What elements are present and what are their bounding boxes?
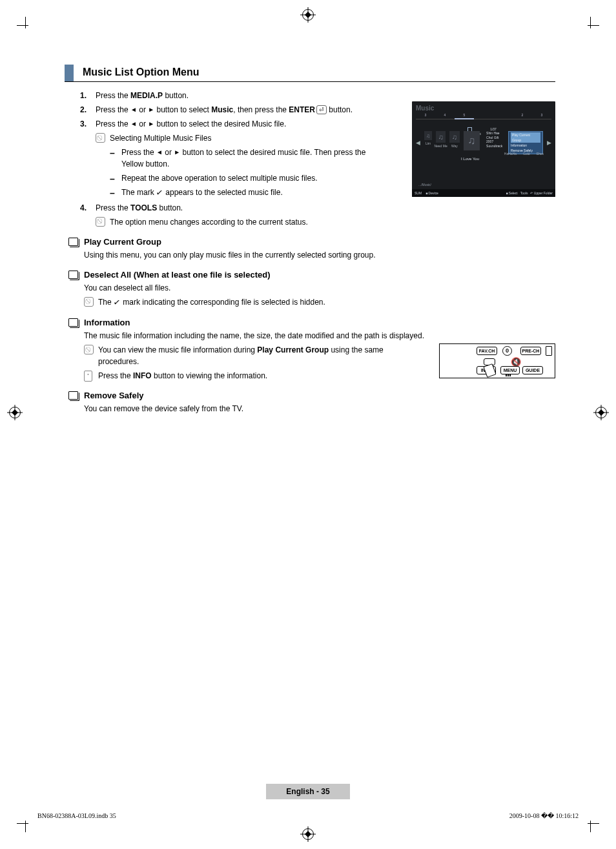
- subsection-heading: Information: [84, 318, 130, 327]
- square-icon: [68, 318, 78, 327]
- music-icon: ♫Way: [449, 131, 459, 143]
- tv-thumb-cap: Way: [451, 144, 458, 148]
- section-title-bar: Music List Option Menu: [65, 65, 555, 82]
- dash-item: The mark ✓ appears to the selected music…: [121, 187, 387, 199]
- remote-icon: ▪: [84, 371, 92, 382]
- subsection-note: ⃠ The ✓ mark indicating the correspondin…: [84, 296, 555, 309]
- tv-track-title: I Love You: [456, 157, 484, 161]
- section-accent: [65, 65, 74, 81]
- subsection-body: Using this menu, you can only play music…: [65, 249, 555, 261]
- square-icon: [68, 271, 78, 279]
- note-icon: ⃠: [96, 133, 105, 143]
- crop-mark: [25, 821, 26, 832]
- registration-mark-bottom: [302, 828, 314, 840]
- crop-mark: [17, 25, 28, 26]
- note-icon: ⃠: [84, 297, 94, 307]
- registration-mark-top: [302, 9, 314, 21]
- crop-mark: [17, 823, 28, 824]
- tv-popup-item: Play Current Group: [511, 132, 540, 143]
- square-icon: [68, 391, 78, 400]
- tv-tab: 5: [455, 113, 474, 119]
- crop-mark: [590, 17, 591, 28]
- tv-tab: 3: [532, 113, 551, 119]
- step-1: Press the MEDIA.P button.: [96, 90, 387, 101]
- tv-bottom-device: Device: [429, 191, 438, 195]
- step-3: Press the ◄ or ► button to select the de…: [96, 118, 387, 199]
- doc-meta-right: 2009-10-08 �� 10:16:12: [509, 812, 579, 819]
- tv-screenshot: Music 3 4 5 2 3 Energetic 1/37 ◀ ♫Lim ♫N…: [412, 101, 555, 197]
- remote-menu-legs: [506, 374, 513, 376]
- subsection-heading: Deselect All (When at least one file is …: [84, 270, 271, 280]
- tv-tab: 3: [416, 113, 435, 119]
- tv-bottom-upper: Upper Folder: [534, 191, 553, 195]
- remote-mute-icon: 🔇: [511, 357, 521, 367]
- crop-mark: [25, 17, 26, 28]
- tv-popup-item: Information: [511, 143, 540, 148]
- subsection-play-current-group: Play Current Group Using this menu, you …: [65, 237, 555, 261]
- crop-mark: [590, 821, 591, 832]
- step-4: Press the TOOLS button. ⃠ The option men…: [96, 202, 387, 228]
- music-icon: ♫Lim: [424, 131, 432, 140]
- music-icon: ♫: [464, 131, 480, 150]
- remote-illustration: FAV.CH 0 PRE-CH 🔇 INFO MENU GUIDE: [439, 343, 555, 378]
- dash-item: Press the ◄ or ► button to select the de…: [121, 147, 387, 170]
- subsection-note: ⃠ You can view the music file informatio…: [84, 344, 426, 367]
- note-icon: ⃠: [96, 217, 105, 227]
- remote-favch: FAV.CH: [477, 347, 497, 355]
- tv-tab: [474, 113, 513, 119]
- crop-mark: [588, 823, 599, 824]
- tv-thumb-cap: Need Me: [434, 144, 447, 148]
- steps-list: Press the MEDIA.P button. Press the ◄ or…: [65, 90, 387, 228]
- tv-tab: 4: [435, 113, 455, 119]
- subsection-heading: Play Current Group: [84, 237, 161, 247]
- subsection-information: Information The music file information i…: [65, 318, 426, 382]
- remote-prech: PRE-CH: [520, 347, 541, 355]
- tv-next-arrow: ▶: [547, 139, 551, 146]
- subsection-remote-note: ▪ Press the INFO button to viewing the i…: [84, 370, 426, 382]
- tv-thumb-cap: Lim: [426, 141, 431, 145]
- remote-side-button: [546, 346, 552, 356]
- tv-mood-count: 1/37: [490, 127, 497, 136]
- step-4-note: ⃠ The option menu changes according to t…: [96, 216, 387, 228]
- tv-prev-arrow: ◀: [416, 139, 420, 146]
- square-icon: [68, 238, 78, 246]
- tv-tab: 2: [513, 113, 532, 119]
- tv-side-thumbs: HaHaHa Gold Shes: [504, 152, 544, 156]
- step-2: Press the ◄ or ► button to select Music,…: [96, 104, 387, 116]
- dash-item: Repeat the above operation to select mul…: [121, 172, 387, 184]
- remote-guide: GUIDE: [522, 366, 543, 374]
- tv-tabs: 3 4 5 2 3: [412, 113, 555, 122]
- tv-app-title: Music: [412, 101, 555, 113]
- tv-bottom-bar: SUM ■ Device ■ Select Tools ↶ Upper Fold…: [412, 189, 555, 197]
- tv-bottom-select: Select: [509, 191, 518, 195]
- subsection-remove-safely: Remove Safely You can remove the device …: [65, 391, 555, 414]
- page-footer: English - 35: [266, 784, 350, 799]
- note-icon: ⃠: [84, 345, 94, 354]
- subsection-body: The music file information including the…: [84, 330, 426, 342]
- enter-icon: ⏎: [316, 105, 327, 114]
- remote-zero: 0: [502, 346, 512, 356]
- tv-breadcrumb-path: .../Music/: [418, 183, 431, 187]
- tv-bottom-sum: SUM: [415, 191, 422, 195]
- tv-bottom-tools: Tools: [520, 191, 528, 195]
- step-3-note: ⃠ Selecting Multiple Music Files: [96, 132, 387, 144]
- registration-mark-right: [595, 407, 607, 418]
- doc-meta-left: BN68-02388A-03L09.indb 35: [37, 812, 116, 819]
- subsection-body: You can remove the device safely from th…: [65, 403, 555, 414]
- subsection-heading: Remove Safely: [84, 391, 144, 400]
- subsection-body: You can deselect all files.: [84, 282, 555, 294]
- subsection-deselect-all: Deselect All (When at least one file is …: [65, 270, 555, 309]
- crop-mark: [588, 25, 599, 26]
- tv-options-popup: Play Current Group Information Remove Sa…: [508, 131, 543, 154]
- step-3-dashes: Press the ◄ or ► button to select the de…: [96, 147, 387, 199]
- registration-mark-left: [9, 407, 21, 418]
- section-title: Music List Option Menu: [83, 65, 199, 81]
- music-icon: ♫Need Me: [436, 131, 446, 143]
